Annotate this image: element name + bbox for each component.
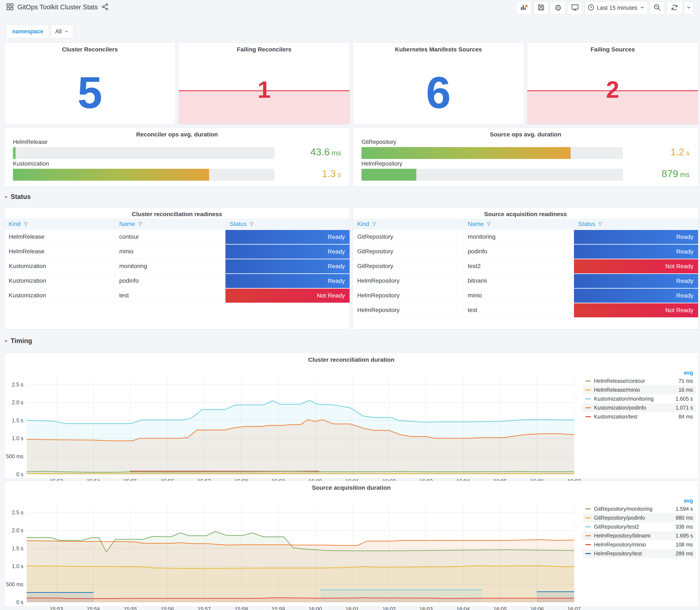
legend-series-label[interactable]: HelmRelease/minio — [594, 387, 679, 393]
svg-text:16:07: 16:07 — [567, 606, 581, 610]
legend-series-label[interactable]: HelmRepository/minio — [594, 542, 675, 548]
table-cell-kind: HelmRepository — [353, 274, 463, 288]
kiosk-mode-button[interactable] — [568, 1, 583, 14]
svg-text:500 ms: 500 ms — [6, 453, 23, 459]
chevron-down-icon — [3, 194, 9, 199]
chevron-down-icon — [64, 29, 69, 34]
status-badge: Ready — [574, 274, 698, 288]
zoom-out-button[interactable] — [650, 1, 665, 14]
panel-title[interactable]: Cluster reconciliation readiness — [4, 207, 349, 218]
svg-text:1.5 s: 1.5 s — [12, 417, 23, 423]
legend-series-label[interactable]: GitRepository/test2 — [594, 524, 675, 530]
table: KindNameStatusGitRepositorymonitoringRea… — [353, 219, 698, 318]
column-header-name[interactable]: Name — [463, 219, 574, 229]
series-color-dash — [585, 526, 591, 527]
refresh-interval-dropdown[interactable] — [684, 1, 694, 14]
gauge-fill — [13, 169, 209, 181]
timing-section-toggle[interactable]: Timing — [3, 337, 32, 345]
column-header-status[interactable]: Status — [226, 219, 349, 229]
series-color-dash — [585, 517, 591, 518]
legend-series-label[interactable]: Kustomization/podinfo — [594, 405, 675, 411]
legend-series-avg: 1.605 s — [675, 396, 693, 402]
gauge-value: 1.3s — [322, 168, 341, 179]
refresh-button[interactable] — [667, 1, 682, 14]
svg-text:1.0 s: 1.0 s — [12, 435, 23, 441]
legend-item: HelmRelease/contour71 ms — [583, 376, 696, 385]
gauge-track — [13, 169, 274, 181]
save-icon — [537, 4, 545, 12]
table-cell-name: monitoring — [115, 259, 226, 274]
filter-icon[interactable] — [372, 222, 377, 227]
svg-text:15:54: 15:54 — [87, 606, 100, 610]
panel-title[interactable]: Source ops avg. duration — [353, 128, 698, 138]
gauge-value: 43.6ms — [310, 146, 341, 158]
table-cell-kind: HelmRepository — [353, 288, 463, 303]
chevron-down-icon — [3, 338, 9, 343]
stat-panel-2: Kubernetes Manifests Sources6 — [353, 43, 524, 124]
chevron-down-icon — [686, 5, 691, 11]
panel-title[interactable]: Cluster Reconcilers — [4, 43, 175, 53]
time-range-picker[interactable]: Last 15 minutes — [585, 1, 648, 14]
svg-text:0 s: 0 s — [16, 471, 23, 477]
gauge-row: Kustomization1.3s — [13, 160, 341, 181]
panel-title[interactable]: Source acquisition duration — [4, 481, 698, 491]
column-header-name[interactable]: Name — [115, 219, 226, 229]
panel-title[interactable]: Reconciler ops avg. duration — [4, 128, 349, 138]
namespace-variable-select[interactable]: All — [51, 25, 73, 38]
legend-item: HelmRelease/minio16 ms — [583, 385, 696, 394]
panel-title[interactable]: Failing Reconcilers — [179, 43, 349, 53]
legend-item: HelmRepository/test289 ms — [583, 549, 696, 558]
legend-series-label[interactable]: Kustomization/monitoring — [594, 396, 675, 402]
column-header-kind[interactable]: Kind — [353, 219, 463, 229]
legend-series-avg: 71 ms — [679, 378, 693, 384]
column-header-kind[interactable]: Kind — [4, 219, 115, 229]
table-cell-kind: GitRepository — [353, 244, 463, 259]
save-dashboard-button[interactable] — [534, 1, 549, 14]
column-header-status[interactable]: Status — [574, 219, 698, 229]
legend-series-label[interactable]: GitRepository/podinfo — [594, 515, 675, 521]
dashboard-settings-button[interactable]: ⚙ — [551, 1, 566, 14]
series-color-dash — [585, 416, 591, 417]
table-cell-kind: Kustomization — [4, 288, 115, 303]
panel-title[interactable]: Cluster reconciliation duration — [4, 353, 698, 363]
svg-text:16:01: 16:01 — [345, 606, 359, 610]
series-color-dash — [585, 535, 591, 536]
dashboard-grid-icon[interactable] — [6, 3, 14, 12]
panel-title[interactable]: Failing Sources — [527, 43, 698, 53]
legend-series-label[interactable]: HelmRelease/contour — [594, 378, 679, 384]
filter-icon[interactable] — [598, 222, 603, 227]
legend-series-label[interactable]: HelmRepository/bitnami — [594, 533, 675, 539]
table-cell-name: test — [463, 303, 574, 318]
legend-avg-header[interactable]: avg — [583, 497, 696, 504]
table-cell-status: Ready — [226, 229, 349, 244]
svg-text:15:59: 15:59 — [272, 606, 285, 610]
filter-icon[interactable] — [23, 222, 28, 227]
panel-title[interactable]: Source acquisition readiness — [353, 207, 698, 218]
panel-title[interactable]: Kubernetes Manifests Sources — [353, 43, 524, 53]
table-cell-status: Not Ready — [574, 303, 698, 318]
legend-series-label[interactable]: GitRepository/monitoring — [594, 506, 675, 512]
add-panel-button[interactable] — [517, 1, 532, 14]
status-badge: Ready — [226, 230, 349, 244]
stat-panel-3: Failing Sources2 — [527, 43, 698, 124]
share-icon[interactable] — [101, 3, 109, 12]
table-cell-status: Ready — [574, 288, 698, 303]
legend-item: Kustomization/test84 ms — [583, 412, 696, 421]
chart-legend: avgGitRepository/monitoring1.594 sGitRep… — [583, 497, 696, 558]
legend-series-label[interactable]: HelmRepository/test — [594, 550, 675, 557]
time-range-label: Last 15 minutes — [597, 5, 637, 11]
legend-avg-header[interactable]: avg — [583, 369, 696, 376]
gauge-track — [361, 147, 623, 159]
filter-icon[interactable] — [249, 222, 254, 227]
column-header-label: Name — [468, 221, 484, 227]
status-section-toggle[interactable]: Status — [3, 193, 31, 200]
table-cell-kind: GitRepository — [353, 259, 463, 274]
svg-text:15:53: 15:53 — [50, 606, 63, 610]
svg-text:15:55: 15:55 — [124, 606, 137, 610]
legend-series-label[interactable]: Kustomization/test — [594, 414, 679, 420]
filter-icon[interactable] — [486, 222, 491, 227]
status-badge: Ready — [574, 230, 698, 244]
svg-text:16:00: 16:00 — [309, 606, 322, 610]
filter-icon[interactable] — [138, 222, 143, 227]
series-color-dash — [585, 553, 591, 554]
